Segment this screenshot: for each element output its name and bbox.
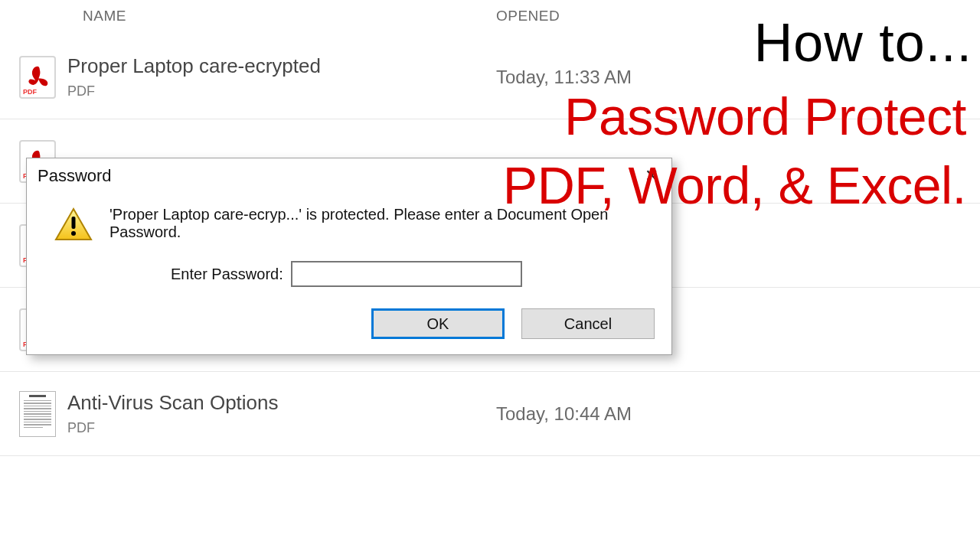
warning-icon bbox=[54, 207, 93, 241]
overlay-line-2: PDF, Word, & Excel. bbox=[503, 159, 966, 211]
ok-button[interactable]: OK bbox=[371, 308, 505, 339]
password-label: Enter Password: bbox=[171, 266, 283, 283]
file-type: PDF bbox=[67, 420, 496, 436]
overlay-line-1: Password Protect bbox=[564, 90, 966, 142]
pdf-icon: PDF bbox=[19, 56, 56, 99]
password-input[interactable] bbox=[291, 261, 522, 287]
file-date: Today, 10:44 AM bbox=[496, 403, 980, 425]
overlay-title: How to... bbox=[754, 12, 972, 73]
cancel-button[interactable]: Cancel bbox=[521, 308, 655, 339]
file-name: Anti-Virus Scan Options bbox=[67, 391, 496, 415]
file-type: PDF bbox=[67, 83, 496, 99]
svg-point-2 bbox=[71, 231, 76, 236]
file-icon-cell: PDF bbox=[8, 56, 67, 99]
document-thumbnail-icon bbox=[19, 391, 56, 437]
file-row[interactable]: Anti-Virus Scan Options PDF Today, 10:44… bbox=[0, 372, 980, 456]
file-name: Proper Laptop care-ecrypted bbox=[67, 54, 496, 78]
svg-rect-1 bbox=[72, 217, 76, 229]
file-icon-cell bbox=[8, 391, 67, 437]
column-name[interactable]: NAME bbox=[83, 8, 496, 24]
dialog-title: Password bbox=[38, 166, 112, 186]
